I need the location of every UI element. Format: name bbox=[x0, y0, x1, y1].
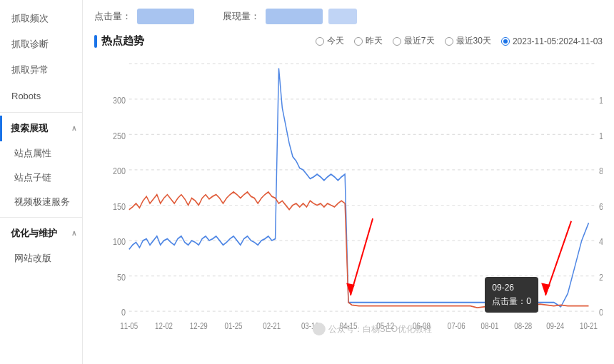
svg-text:4万: 4万 bbox=[599, 236, 603, 248]
filter-today[interactable]: 今天 bbox=[316, 35, 344, 47]
radio-custom[interactable] bbox=[501, 37, 510, 46]
sidebar-item-site-property[interactable]: 站点属性 bbox=[0, 141, 82, 166]
chevron-up-icon-2: ∧ bbox=[71, 229, 76, 237]
sidebar-item-robots[interactable]: Robots bbox=[0, 84, 82, 109]
svg-text:100: 100 bbox=[113, 236, 126, 248]
svg-text:6万: 6万 bbox=[599, 201, 603, 212]
sidebar-item-video-service[interactable]: 视频极速服务 bbox=[0, 190, 82, 214]
svg-text:2万: 2万 bbox=[599, 272, 603, 283]
impression-value-bar bbox=[266, 9, 323, 24]
sidebar-item-crawl-diagnosis[interactable]: 抓取诊断 bbox=[0, 31, 82, 57]
trend-chart: 0 50 100 150 200 250 300 0 2万 4万 6万 8万 1… bbox=[94, 55, 603, 355]
sidebar-group-optimize[interactable]: 优化与维护 ∧ bbox=[0, 221, 82, 246]
filter-30days[interactable]: 最近30天 bbox=[445, 35, 491, 47]
chart-header: 热点趋势 今天 昨天 最近7天 最近30天 bbox=[94, 34, 603, 48]
sidebar-item-site-sublink[interactable]: 站点子链 bbox=[0, 166, 82, 190]
svg-text:05-12: 05-12 bbox=[376, 321, 394, 330]
sidebar-group-search[interactable]: 搜索展现 ∧ bbox=[0, 116, 82, 141]
svg-text:06-08: 06-08 bbox=[413, 321, 431, 330]
sidebar-item-site-redesign[interactable]: 网站改版 bbox=[0, 246, 82, 271]
sidebar-item-crawl-error[interactable]: 抓取异常 bbox=[0, 57, 82, 83]
chart-filters: 今天 昨天 最近7天 最近30天 2023-11-05:2024-11-03 bbox=[316, 35, 603, 47]
svg-text:03-19: 03-19 bbox=[301, 321, 319, 330]
chevron-up-icon: ∧ bbox=[71, 124, 76, 132]
sidebar-item-crawl-frequency[interactable]: 抓取频次 bbox=[0, 6, 82, 31]
impression-value-bar2 bbox=[328, 9, 357, 24]
svg-text:8万: 8万 bbox=[599, 166, 603, 177]
filter-custom[interactable]: 2023-11-05:2024-11-03 bbox=[501, 36, 603, 46]
svg-text:12-02: 12-02 bbox=[155, 321, 173, 330]
svg-text:11-05: 11-05 bbox=[120, 321, 138, 330]
svg-text:0: 0 bbox=[121, 307, 126, 318]
svg-text:150: 150 bbox=[113, 201, 126, 212]
filter-7days[interactable]: 最近7天 bbox=[393, 35, 435, 47]
radio-30days[interactable] bbox=[445, 37, 453, 46]
svg-text:04-15: 04-15 bbox=[340, 321, 358, 330]
svg-text:12万: 12万 bbox=[599, 95, 603, 106]
svg-text:08-01: 08-01 bbox=[481, 321, 499, 330]
svg-text:300: 300 bbox=[113, 95, 126, 106]
filter-yesterday[interactable]: 昨天 bbox=[354, 35, 383, 47]
svg-line-38 bbox=[545, 221, 571, 295]
svg-text:200: 200 bbox=[113, 166, 126, 177]
radio-yesterday[interactable] bbox=[354, 37, 363, 46]
impression-stat: 展现量： bbox=[223, 9, 357, 24]
svg-text:12-29: 12-29 bbox=[190, 321, 208, 330]
chart-title: 热点趋势 bbox=[94, 34, 144, 48]
svg-text:08-28: 08-28 bbox=[514, 321, 532, 330]
svg-text:10-21: 10-21 bbox=[580, 321, 598, 330]
click-value-bar bbox=[137, 9, 194, 24]
chart-container: 0 50 100 150 200 250 300 0 2万 4万 6万 8万 1… bbox=[94, 55, 603, 355]
sidebar-group-optimize-label: 优化与维护 bbox=[11, 227, 57, 240]
svg-text:02-21: 02-21 bbox=[263, 321, 281, 330]
svg-line-36 bbox=[351, 218, 373, 295]
click-label: 点击量： bbox=[94, 10, 131, 23]
radio-today[interactable] bbox=[316, 37, 324, 46]
svg-marker-39 bbox=[541, 283, 550, 295]
svg-text:0: 0 bbox=[599, 307, 603, 318]
sidebar-group-search-label: 搜索展现 bbox=[11, 122, 48, 135]
chart-section: 热点趋势 今天 昨天 最近7天 最近30天 bbox=[94, 34, 603, 355]
svg-text:01-25: 01-25 bbox=[225, 321, 243, 330]
svg-text:250: 250 bbox=[113, 130, 126, 141]
svg-text:10万: 10万 bbox=[599, 130, 603, 141]
radio-7days[interactable] bbox=[393, 37, 401, 46]
stats-bar: 点击量： 展现量： bbox=[94, 9, 603, 24]
chart-title-bar bbox=[94, 35, 97, 48]
svg-text:50: 50 bbox=[117, 272, 126, 283]
main-content: 点击量： 展现量： 热点趋势 今天 昨天 bbox=[83, 0, 614, 364]
impression-label: 展现量： bbox=[223, 10, 260, 23]
click-stat: 点击量： bbox=[94, 9, 194, 24]
svg-text:09-24: 09-24 bbox=[546, 321, 564, 330]
sidebar: 抓取频次 抓取诊断 抓取异常 Robots 搜索展现 ∧ 站点属性 站点子链 视… bbox=[0, 0, 83, 364]
svg-text:07-06: 07-06 bbox=[448, 321, 465, 330]
